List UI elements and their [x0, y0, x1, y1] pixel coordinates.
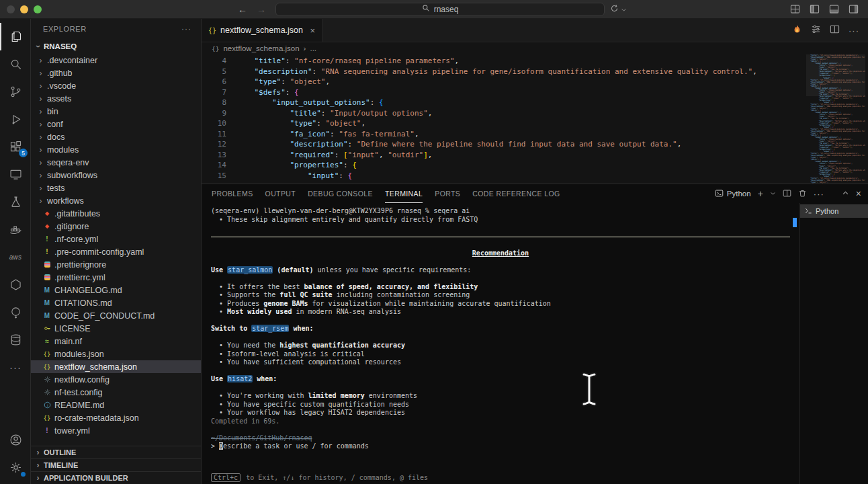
code-line[interactable]: 13 "required": ["input", "outdir"],: [202, 150, 868, 161]
activity-account-icon[interactable]: [0, 426, 31, 454]
tree-folder-.devcontainer[interactable]: ›.devcontainer: [31, 54, 201, 67]
code-line[interactable]: 12 "description": "Define where the pipe…: [202, 139, 868, 150]
tree-folder-.github[interactable]: ›.github: [31, 67, 201, 79]
activity-extensions-icon[interactable]: 5: [0, 133, 31, 161]
activity-jupyter-icon[interactable]: [0, 298, 31, 326]
panel-tab-code-reference-log[interactable]: CODE REFERENCE LOG: [472, 184, 560, 203]
chevron-down-icon[interactable]: [770, 190, 776, 198]
layout-grid-icon[interactable]: [790, 4, 800, 14]
activity-more-icon[interactable]: ···: [0, 354, 31, 381]
code-line[interactable]: 10 "type": "object",: [202, 118, 868, 129]
activity-bar: 5aws···: [0, 19, 31, 484]
activity-explorer-icon[interactable]: [0, 23, 31, 50]
tree-file-.gitattributes[interactable]: ◆.gitattributes: [31, 207, 201, 220]
tree-file-.nf-core.yml[interactable]: !.nf-core.yml: [31, 233, 201, 245]
activity-docker-icon[interactable]: [0, 216, 31, 243]
code-line[interactable]: 6 "type": "object",: [202, 77, 868, 87]
panel-tab-debug-console[interactable]: DEBUG CONSOLE: [308, 184, 373, 203]
tree-file-.prettierignore[interactable]: .prettierignore: [31, 258, 201, 271]
tree-folder-subworkflows[interactable]: ›subworkflows: [31, 169, 201, 182]
breadcrumb[interactable]: {} nextflow_schema.json › ...: [202, 42, 868, 54]
terminal-scrollbar-thumb[interactable]: [793, 218, 797, 227]
more-actions-icon[interactable]: ···: [849, 26, 859, 36]
split-editor-icon[interactable]: [830, 24, 840, 37]
code-line[interactable]: 14 "properties": {: [202, 160, 868, 171]
zoom-window-button[interactable]: [34, 5, 42, 13]
tree-folder-docs[interactable]: ›docs: [31, 130, 201, 143]
tree-file-README.md[interactable]: iREADME.md: [31, 399, 201, 411]
toggle-primary-sidebar-icon[interactable]: [810, 4, 820, 14]
terminal-profile[interactable]: Python: [715, 189, 751, 199]
close-panel-icon[interactable]: ×: [856, 188, 861, 199]
sidebar-section-outline[interactable]: ›OUTLINE: [31, 446, 201, 458]
toggle-panel-icon[interactable]: [829, 4, 839, 14]
tree-folder-conf[interactable]: ›conf: [31, 118, 201, 130]
tree-file-nextflow_schema.json[interactable]: {}nextflow_schema.json: [31, 360, 201, 373]
tree-file-main.nf[interactable]: ≈main.nf: [31, 335, 201, 348]
tree-file-CHANGELOG.md[interactable]: MCHANGELOG.md: [31, 284, 201, 296]
flame-icon[interactable]: [792, 24, 802, 37]
activity-source-control-icon[interactable]: [0, 78, 31, 106]
tree-folder-.vscode[interactable]: ›.vscode: [31, 79, 201, 92]
code-line[interactable]: 9 "title": "Input/output options",: [202, 108, 868, 119]
panel-tab-terminal[interactable]: TERMINAL: [385, 184, 423, 203]
code-line[interactable]: 8 "input_output_options": {: [202, 97, 868, 108]
tree-file-.pre-commit-config.yaml[interactable]: !.pre-commit-config.yaml: [31, 245, 201, 258]
code-line[interactable]: 15 "input": {: [202, 171, 868, 182]
tree-file-nf-test.config[interactable]: nf-test.config: [31, 386, 201, 399]
trash-icon[interactable]: [798, 189, 807, 199]
activity-remote-explorer-icon[interactable]: [0, 161, 31, 188]
tree-folder-bin[interactable]: ›bin: [31, 105, 201, 118]
split-terminal-icon[interactable]: [783, 189, 791, 199]
code-line[interactable]: 5 "description": "RNA sequencing analysi…: [202, 67, 868, 77]
terminal[interactable]: (seqera-env) llewelyn-van-der-berg@KTW2Y…: [202, 203, 799, 484]
close-tab-icon[interactable]: ×: [310, 26, 315, 36]
toggle-secondary-sidebar-icon[interactable]: [849, 4, 859, 14]
tree-folder-seqera-env[interactable]: ›seqera-env: [31, 156, 201, 169]
activity-aws-icon[interactable]: aws: [0, 243, 31, 271]
tree-file-ro-crate-metadata.json[interactable]: {}ro-crate-metadata.json: [31, 411, 201, 424]
code-editor[interactable]: 4 "title": "nf-core/rnaseq pipeline para…: [202, 54, 868, 184]
more-actions-icon[interactable]: ···: [814, 189, 824, 199]
sidebar-section-timeline[interactable]: ›TIMELINE: [31, 458, 201, 471]
tree-folder-modules[interactable]: ›modules: [31, 143, 201, 156]
code-line[interactable]: 4 "title": "nf-core/rnaseq pipeline para…: [202, 56, 868, 67]
layout-sync-control[interactable]: [610, 3, 627, 15]
tree-file-LICENSE[interactable]: LICENSE: [31, 322, 201, 335]
command-center-search[interactable]: rnaseq: [275, 3, 605, 16]
activity-run-and-debug-icon[interactable]: [0, 106, 31, 133]
panel-tab-output[interactable]: OUTPUT: [265, 184, 296, 203]
minimap[interactable]: "title": "nf-core/rnaseq pipeline parame…: [806, 54, 865, 184]
tree-folder-assets[interactable]: ›assets: [31, 92, 201, 105]
tree-file-modules.json[interactable]: {}modules.json: [31, 348, 201, 360]
maximize-panel-icon[interactable]: [842, 190, 849, 198]
close-window-button[interactable]: [7, 5, 15, 13]
tree-file-CITATIONS.md[interactable]: MCITATIONS.md: [31, 296, 201, 309]
code-line[interactable]: 7 "$defs": {: [202, 87, 868, 98]
forward-button[interactable]: →: [257, 4, 266, 15]
activity-kubernetes-icon[interactable]: [0, 271, 31, 298]
more-actions-icon[interactable]: ···: [181, 24, 191, 34]
sliders-icon[interactable]: [811, 24, 821, 37]
activity-testing-icon[interactable]: [0, 188, 31, 216]
tree-file-.prettierrc.yml[interactable]: .prettierrc.yml: [31, 271, 201, 284]
tree-file-tower.yml[interactable]: !tower.yml: [31, 424, 201, 437]
workspace-section-header[interactable]: › RNASEQ: [31, 39, 201, 54]
activity-settings-icon[interactable]: [0, 454, 31, 481]
panel-tab-ports[interactable]: PORTS: [435, 184, 460, 203]
tree-file-CODE_OF_CONDUCT.md[interactable]: MCODE_OF_CONDUCT.md: [31, 309, 201, 322]
panel-tab-problems[interactable]: PROBLEMS: [212, 184, 253, 203]
code-line[interactable]: 11 "fa_icon": "fas fa-terminal",: [202, 129, 868, 140]
minimize-window-button[interactable]: [20, 5, 28, 13]
tree-folder-workflows[interactable]: ›workflows: [31, 194, 201, 207]
back-button[interactable]: ←: [238, 4, 247, 15]
terminal-tab-python[interactable]: Python: [800, 204, 868, 218]
new-terminal-icon[interactable]: +: [758, 188, 763, 199]
sidebar-section-application-builder[interactable]: ›APPLICATION BUILDER: [31, 471, 201, 484]
tree-folder-tests[interactable]: ›tests: [31, 182, 201, 194]
activity-search-icon[interactable]: [0, 50, 31, 78]
activity-database-icon[interactable]: [0, 326, 31, 354]
tree-file-.gitignore[interactable]: ◆.gitignore: [31, 220, 201, 233]
tree-file-nextflow.config[interactable]: nextflow.config: [31, 373, 201, 386]
tab-nextflow-schema[interactable]: {} nextflow_schema.json ×: [202, 19, 322, 42]
